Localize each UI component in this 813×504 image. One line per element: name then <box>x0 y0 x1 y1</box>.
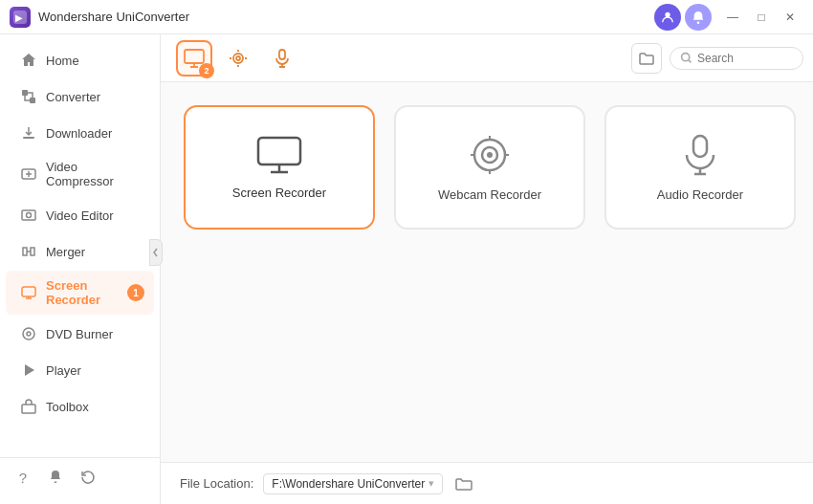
sidebar-item-video-editor[interactable]: Video Editor <box>6 198 154 232</box>
toolbar: 2 <box>161 34 813 82</box>
home-icon <box>19 51 38 70</box>
content-area: 2 <box>161 34 813 504</box>
minimize-button[interactable]: — <box>719 7 746 28</box>
sidebar-item-video-compressor[interactable]: Video Compressor <box>6 152 154 196</box>
svg-rect-17 <box>279 50 285 59</box>
merger-icon <box>19 242 38 261</box>
notifications-icon[interactable] <box>44 466 67 489</box>
webcam-recorder-card[interactable]: Webcam Recorder <box>394 105 585 230</box>
maximize-button[interactable]: □ <box>748 7 775 28</box>
svg-point-15 <box>233 54 243 63</box>
svg-point-9 <box>27 213 32 218</box>
footer: File Location: F:\Wondershare UniConvert… <box>161 462 813 504</box>
video-editor-icon <box>19 206 38 225</box>
webcam-recorder-card-icon <box>469 134 511 176</box>
svg-rect-6 <box>23 137 34 139</box>
sidebar-bottom: ? <box>0 457 160 496</box>
close-button[interactable]: ✕ <box>777 7 803 28</box>
sidebar-item-toolbox[interactable]: Toolbox <box>6 389 154 424</box>
svg-rect-19 <box>258 138 300 164</box>
folder-button[interactable] <box>631 43 662 74</box>
sidebar-item-home[interactable]: Home <box>6 43 154 77</box>
audio-recorder-card-icon <box>681 134 719 176</box>
screen-recorder-badge: 1 <box>127 284 144 301</box>
audio-recorder-card-label: Audio Recorder <box>657 187 743 202</box>
svg-point-18 <box>682 54 690 61</box>
titlebar-icons <box>654 4 712 31</box>
toolbar-badge: 2 <box>199 63 214 78</box>
audio-recorder-card[interactable]: Audio Recorder <box>604 105 796 230</box>
app-logo: ▶ <box>10 7 31 28</box>
main-layout: Home Converter Downloader Video Compress… <box>0 34 813 504</box>
file-location-path[interactable]: F:\Wondershare UniConverter ▾ <box>263 473 443 494</box>
sidebar-item-player[interactable]: Player <box>6 353 154 387</box>
svg-rect-4 <box>22 90 28 96</box>
tab-screen-recorder[interactable]: 2 <box>176 40 212 77</box>
title-bar: ▶ Wondershare UniConverter — □ ✕ <box>0 0 813 34</box>
app-title: Wondershare UniConverter <box>38 10 654 24</box>
dvd-burner-icon <box>19 324 38 343</box>
footer-folder-icon[interactable] <box>452 472 475 495</box>
sidebar: Home Converter Downloader Video Compress… <box>0 34 161 504</box>
search-box[interactable] <box>670 47 803 70</box>
player-icon <box>19 361 38 380</box>
sidebar-collapse-handle[interactable] <box>149 239 163 266</box>
toolbox-icon <box>19 397 38 416</box>
sidebar-item-dvd-burner[interactable]: DVD Burner <box>6 317 154 351</box>
screen-recorder-card-label: Screen Recorder <box>232 186 326 200</box>
sidebar-item-converter[interactable]: Converter <box>6 79 154 114</box>
help-icon[interactable]: ? <box>11 466 34 489</box>
svg-point-3 <box>697 21 700 24</box>
svg-rect-23 <box>693 136 707 157</box>
svg-point-16 <box>236 56 240 60</box>
svg-rect-8 <box>22 210 35 220</box>
svg-rect-5 <box>30 98 35 103</box>
file-location-label: File Location: <box>180 476 253 491</box>
sidebar-item-merger[interactable]: Merger <box>6 234 154 269</box>
svg-text:▶: ▶ <box>15 12 23 23</box>
video-compressor-icon <box>19 164 38 184</box>
cards-area: Screen Recorder Webcam Recorder Audio Re… <box>161 82 813 462</box>
svg-point-11 <box>23 328 34 340</box>
user-icon-btn[interactable] <box>654 4 681 31</box>
downloader-icon <box>19 123 38 142</box>
search-input[interactable] <box>697 52 793 65</box>
tab-webcam-recorder[interactable] <box>220 40 256 77</box>
search-icon <box>680 52 692 64</box>
screen-recorder-card[interactable]: Screen Recorder <box>184 105 375 230</box>
window-controls: — □ ✕ <box>719 7 803 28</box>
screen-recorder-icon <box>19 283 38 302</box>
svg-rect-10 <box>22 287 35 296</box>
svg-rect-13 <box>22 405 35 413</box>
sidebar-item-screen-recorder[interactable]: Screen Recorder 1 <box>6 271 154 315</box>
notification-icon-btn[interactable] <box>685 4 712 31</box>
svg-point-2 <box>665 11 670 16</box>
svg-rect-14 <box>185 50 204 63</box>
screen-recorder-card-icon <box>256 136 302 174</box>
svg-point-22 <box>487 152 493 158</box>
svg-point-12 <box>27 332 31 336</box>
sidebar-item-downloader[interactable]: Downloader <box>6 116 154 150</box>
tab-audio-recorder[interactable] <box>264 40 300 77</box>
refresh-icon[interactable] <box>77 466 99 489</box>
converter-icon <box>19 87 38 106</box>
webcam-recorder-card-label: Webcam Recorder <box>438 187 541 202</box>
